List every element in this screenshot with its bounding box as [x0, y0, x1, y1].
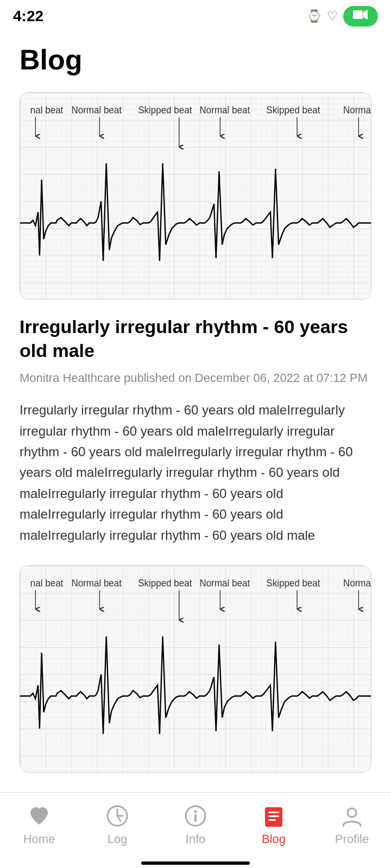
svg-text:Normal: Normal — [343, 577, 371, 589]
blog-icon — [262, 804, 286, 828]
article-meta: Monitra Healthcare published on December… — [20, 370, 371, 387]
svg-text:Normal beat: Normal beat — [200, 105, 250, 116]
svg-point-38 — [348, 808, 356, 817]
ecg-chart-1: nal beat Normal beat Skipped beat Normal… — [20, 93, 371, 299]
svg-rect-3 — [20, 93, 371, 299]
nav-item-info[interactable]: Info — [156, 804, 235, 846]
nav-item-blog[interactable]: Blog — [235, 804, 313, 846]
page-title: Blog — [0, 33, 391, 92]
svg-rect-37 — [268, 819, 276, 821]
svg-text:Normal: Normal — [343, 105, 371, 116]
ecg-chart-2: nal beat Normal beat Skipped beat Normal… — [20, 566, 371, 772]
svg-text:Skipped beat: Skipped beat — [266, 105, 320, 116]
svg-text:nal beat: nal beat — [30, 105, 64, 116]
status-time: 4:22 — [13, 8, 43, 25]
nav-item-log[interactable]: Log — [78, 804, 156, 846]
camera-pill — [343, 6, 378, 27]
svg-rect-0 — [353, 10, 363, 19]
article-title: Irregularly irregular rhythm - 60 years … — [20, 315, 371, 362]
info-icon — [184, 804, 207, 828]
svg-point-32 — [194, 810, 197, 813]
health-icon: ♡ — [327, 9, 338, 23]
ecg-svg-1: nal beat Normal beat Skipped beat Normal… — [20, 93, 371, 299]
svg-text:nal beat: nal beat — [30, 577, 64, 589]
bottom-nav: Home Log Info Blog — [0, 792, 391, 868]
watch-icon: ⌚ — [307, 9, 321, 23]
svg-text:Normal beat: Normal beat — [200, 577, 250, 589]
ecg-card-1[interactable]: nal beat Normal beat Skipped beat Normal… — [20, 92, 371, 299]
article-body: Irregularly irregular rhythm - 60 years … — [20, 400, 371, 546]
nav-label-log: Log — [108, 832, 128, 846]
nav-label-profile: Profile — [335, 832, 369, 846]
home-icon — [27, 804, 51, 828]
nav-label-blog: Blog — [262, 832, 286, 846]
nav-label-info: Info — [186, 832, 206, 846]
svg-marker-1 — [363, 10, 368, 20]
svg-rect-35 — [268, 812, 279, 813]
status-bar: 4:22 ⌚ ♡ — [0, 0, 391, 33]
svg-rect-33 — [194, 814, 197, 822]
svg-text:Normal beat: Normal beat — [71, 105, 122, 116]
nav-label-home: Home — [23, 832, 55, 846]
status-icons: ⌚ ♡ — [307, 6, 378, 27]
home-indicator — [141, 861, 250, 865]
ecg-svg-2: nal beat Normal beat Skipped beat Normal… — [20, 566, 371, 772]
svg-text:Skipped beat: Skipped beat — [138, 105, 192, 116]
camera-icon — [353, 9, 368, 23]
svg-text:Skipped beat: Skipped beat — [138, 577, 192, 589]
nav-item-home[interactable]: Home — [0, 804, 78, 846]
svg-text:Normal beat: Normal beat — [71, 577, 122, 589]
svg-rect-36 — [268, 815, 279, 817]
ecg-card-2[interactable]: nal beat Normal beat Skipped beat Normal… — [20, 565, 371, 773]
nav-item-profile[interactable]: Profile — [313, 804, 391, 846]
svg-rect-17 — [20, 566, 371, 772]
profile-icon — [340, 804, 364, 828]
svg-text:Skipped beat: Skipped beat — [266, 577, 320, 589]
log-icon — [105, 804, 129, 828]
content-area: nal beat Normal beat Skipped beat Normal… — [0, 92, 391, 864]
